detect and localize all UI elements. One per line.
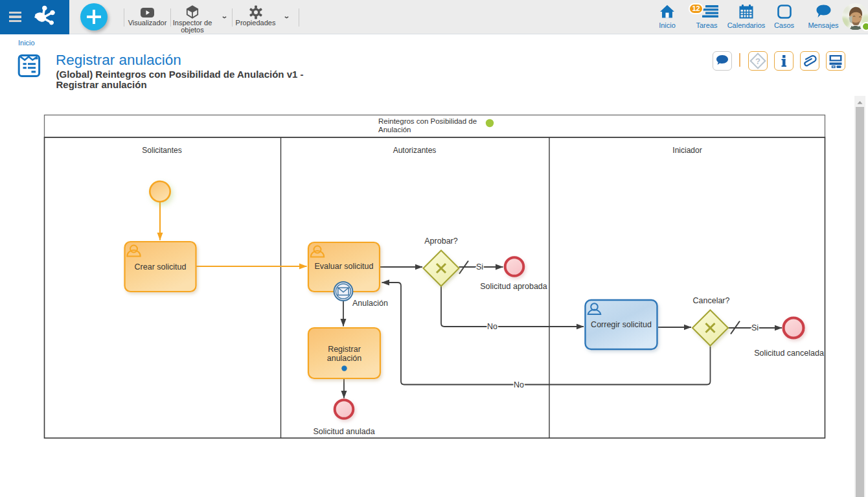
svg-text:Iniciador: Iniciador (672, 146, 702, 155)
svg-text:Cancelar?: Cancelar? (693, 296, 730, 305)
svg-text:No: No (514, 380, 524, 389)
svg-text:Solicitud aprobada: Solicitud aprobada (480, 282, 547, 291)
svg-text:Solicitud cancelada: Solicitud cancelada (754, 349, 824, 358)
svg-text:Reintegros con Posibilidad de: Reintegros con Posibilidad de (378, 117, 477, 125)
svg-text:Anulación: Anulación (378, 126, 411, 133)
svg-text:Solicitantes: Solicitantes (142, 146, 181, 155)
svg-text:No: No (487, 322, 497, 331)
svg-text:Si: Si (476, 262, 483, 272)
svg-text:Evaluar solicitud: Evaluar solicitud (314, 262, 373, 271)
svg-text:Corregir solicitud: Corregir solicitud (591, 320, 652, 329)
svg-text:?: ? (755, 56, 760, 66)
svg-text:anulación: anulación (327, 354, 362, 363)
svg-text:Solicitud anulada: Solicitud anulada (313, 427, 374, 436)
svg-text:Si: Si (751, 323, 759, 332)
svg-text:Autorizantes: Autorizantes (393, 146, 437, 155)
svg-text:Registrar: Registrar (328, 345, 361, 354)
svg-text:Anulación: Anulación (352, 299, 388, 308)
svg-text:Crear solicitud: Crear solicitud (135, 262, 187, 272)
svg-text:Aprobar?: Aprobar? (424, 237, 457, 246)
